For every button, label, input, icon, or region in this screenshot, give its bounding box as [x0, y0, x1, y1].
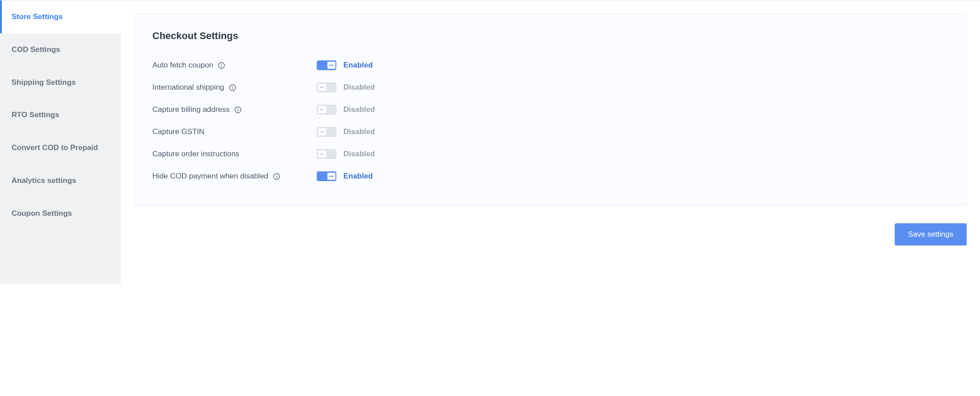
setting-label: Capture order instructions — [152, 150, 317, 158]
setting-label-text: Auto fetch coupon — [152, 61, 213, 70]
sidebar-item-coupon-settings[interactable]: Coupon Settings — [0, 197, 121, 230]
setting-row: Auto fetch couponEnabled — [152, 54, 948, 76]
toggle-wrap: Disabled — [317, 105, 375, 115]
setting-label: Auto fetch coupon — [152, 61, 317, 70]
toggle-wrap: Disabled — [317, 83, 375, 92]
setting-label: Capture GSTIN — [152, 127, 317, 136]
toggle-wrap: Enabled — [317, 60, 373, 70]
svg-point-7 — [238, 108, 239, 109]
setting-label: Hide COD payment when disabled — [152, 172, 317, 181]
status-text: Enabled — [343, 172, 373, 181]
info-icon[interactable] — [273, 173, 280, 180]
toggle-switch[interactable] — [317, 171, 336, 181]
toggle-knob — [327, 62, 335, 69]
info-icon[interactable] — [234, 106, 242, 114]
card-title: Checkout Settings — [152, 30, 948, 42]
toggle-switch[interactable] — [317, 83, 336, 92]
svg-point-1 — [221, 63, 222, 64]
sidebar-item-convert-cod-to-prepaid[interactable]: Convert COD to Prepaid — [0, 131, 121, 164]
toggle-knob — [318, 84, 326, 91]
status-text: Disabled — [343, 83, 375, 92]
svg-point-4 — [232, 86, 233, 87]
setting-label-text: Capture billing address — [152, 105, 230, 114]
setting-label-text: Capture GSTIN — [152, 127, 204, 136]
status-text: Disabled — [343, 127, 375, 136]
sidebar-item-store-settings[interactable]: Store Settings — [0, 0, 121, 33]
footer-actions: Save settings — [134, 223, 967, 246]
setting-label-text: International shipping — [152, 83, 224, 92]
settings-list: Auto fetch couponEnabledInternational sh… — [152, 54, 948, 187]
toggle-wrap: Disabled — [317, 127, 375, 137]
svg-rect-11 — [276, 176, 277, 178]
status-text: Disabled — [343, 150, 375, 158]
settings-sidebar: Store SettingsCOD SettingsShipping Setti… — [0, 0, 121, 284]
sidebar-item-cod-settings[interactable]: COD Settings — [0, 33, 121, 66]
main-content: Checkout Settings Auto fetch couponEnabl… — [121, 0, 980, 284]
checkout-settings-card: Checkout Settings Auto fetch couponEnabl… — [134, 14, 967, 206]
setting-label: Capture billing address — [152, 105, 317, 114]
svg-point-10 — [276, 174, 277, 175]
info-icon[interactable] — [229, 84, 236, 91]
setting-label-text: Hide COD payment when disabled — [152, 172, 268, 181]
svg-rect-2 — [221, 65, 222, 67]
sidebar-item-analytics-settings[interactable]: Analytics settings — [0, 164, 121, 197]
setting-row: Hide COD payment when disabledEnabled — [152, 165, 948, 187]
toggle-knob — [318, 106, 326, 113]
toggle-switch[interactable] — [317, 60, 336, 70]
svg-rect-8 — [238, 109, 238, 111]
toggle-wrap: Enabled — [317, 171, 373, 181]
status-text: Disabled — [343, 105, 375, 114]
setting-row: Capture billing addressDisabled — [152, 99, 948, 121]
info-icon[interactable] — [218, 62, 225, 69]
toggle-knob — [318, 128, 326, 135]
toggle-wrap: Disabled — [317, 149, 375, 159]
setting-label: International shipping — [152, 83, 317, 92]
setting-row: International shippingDisabled — [152, 76, 948, 99]
page: Store SettingsCOD SettingsShipping Setti… — [0, 0, 980, 284]
svg-rect-5 — [232, 87, 232, 89]
setting-row: Capture order instructionsDisabled — [152, 143, 948, 165]
toggle-knob — [318, 150, 326, 158]
toggle-knob — [327, 173, 335, 180]
sidebar-item-shipping-settings[interactable]: Shipping Settings — [0, 66, 121, 99]
setting-label-text: Capture order instructions — [152, 150, 239, 158]
status-text: Enabled — [343, 61, 373, 70]
toggle-switch[interactable] — [317, 149, 336, 159]
setting-row: Capture GSTINDisabled — [152, 121, 948, 143]
toggle-switch[interactable] — [317, 105, 336, 115]
sidebar-item-rto-settings[interactable]: RTO Settings — [0, 99, 121, 131]
toggle-switch[interactable] — [317, 127, 336, 137]
save-settings-button[interactable]: Save settings — [895, 223, 967, 246]
